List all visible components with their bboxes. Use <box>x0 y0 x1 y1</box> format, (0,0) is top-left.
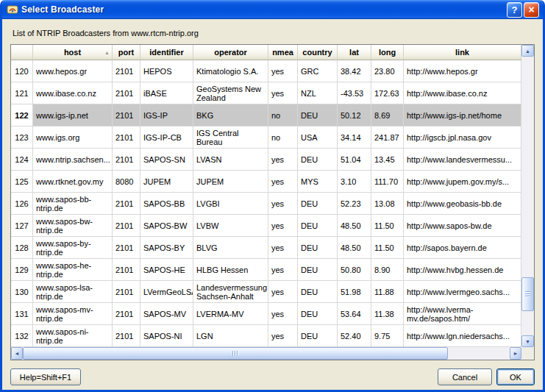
table-row-130[interactable]: 130www.sapos-lsa-ntrip.de2101LVermGeoLSA… <box>11 281 521 303</box>
cell-link[interactable]: http://www.geobasis-bb.de <box>404 193 521 215</box>
cell-port[interactable]: 2101 <box>113 303 140 325</box>
cell-port[interactable]: 2101 <box>113 237 140 259</box>
help-shortcut-button[interactable]: Help=Shift+F1 <box>10 368 81 385</box>
column-header-lat[interactable]: lat <box>338 45 371 60</box>
table-row-129[interactable]: 129www.sapos-he-ntrip.de2101SAPOS-HEHLBG… <box>11 259 521 281</box>
cell-identifier[interactable]: SAPOS-BW <box>140 215 193 237</box>
cell-identifier[interactable]: IGS-IP <box>140 104 193 126</box>
cell-lat[interactable]: 3.10 <box>338 171 371 193</box>
table-row-124[interactable]: 124www.ntrip.sachsen...2101SAPOS-SNLVASN… <box>11 149 521 171</box>
row-number[interactable]: 125 <box>11 171 33 193</box>
cell-operator[interactable]: LGN <box>193 325 268 347</box>
row-number[interactable]: 131 <box>11 303 33 325</box>
cell-link[interactable]: http://www.lgn.niedersachs... <box>404 325 521 347</box>
cell-host[interactable]: www.ntrip.sachsen... <box>33 149 113 171</box>
column-header-operator[interactable]: operator <box>193 45 268 60</box>
cell-nmea[interactable]: yes <box>268 149 298 171</box>
column-header-port[interactable]: port <box>113 45 140 60</box>
row-number[interactable]: 121 <box>11 82 33 104</box>
titlebar[interactable]: Select Broadcaster ? × <box>2 0 543 19</box>
cell-host[interactable]: www.rtknet.gov.my <box>33 171 113 193</box>
cell-nmea[interactable]: yes <box>268 60 298 82</box>
cell-country[interactable]: DEU <box>298 281 338 303</box>
cell-host[interactable]: www.sapos-lsa-ntrip.de <box>33 281 113 303</box>
column-header-host[interactable]: host▲ <box>33 45 113 60</box>
cell-link[interactable]: http://sapos.bayern.de <box>404 237 521 259</box>
cell-host[interactable]: www.sapos-mv-ntrip.de <box>33 303 113 325</box>
cell-operator[interactable]: GeoSystems New Zealand <box>193 82 268 104</box>
cell-host[interactable]: www.ibase.co.nz <box>33 82 113 104</box>
cell-nmea[interactable]: yes <box>268 215 298 237</box>
row-number[interactable]: 120 <box>11 60 33 82</box>
cell-long[interactable]: 13.08 <box>371 193 404 215</box>
cell-host[interactable]: www.sapos-bw-ntrip.de <box>33 215 113 237</box>
table-row-126[interactable]: 126www.sapos-bb-ntrip.de2101SAPOS-BBLVGB… <box>11 193 521 215</box>
cell-country[interactable]: DEU <box>298 193 338 215</box>
cell-link[interactable]: http://www.igs-ip.net/home <box>404 104 521 126</box>
cell-port[interactable]: 2101 <box>113 82 140 104</box>
row-number[interactable]: 126 <box>11 193 33 215</box>
cell-lat[interactable]: 51.98 <box>338 281 371 303</box>
cell-link[interactable]: http://www.hvbg.hessen.de <box>404 259 521 281</box>
cell-identifier[interactable]: IGS-IP-CB <box>140 126 193 149</box>
vertical-scrollbar[interactable]: ▲ ▼ <box>521 45 534 347</box>
cell-link[interactable]: http://www.ibase.co.nz <box>404 82 521 104</box>
cell-country[interactable]: GRC <box>298 60 338 82</box>
cell-lat[interactable]: 52.40 <box>338 325 371 347</box>
cell-port[interactable]: 2101 <box>113 325 140 347</box>
cell-long[interactable]: 11.50 <box>371 215 404 237</box>
table-row-123[interactable]: 123www.igs.org2101IGS-IP-CBIGS Central B… <box>11 126 521 149</box>
cell-long[interactable]: 23.80 <box>371 60 404 82</box>
cell-operator[interactable]: LVERMA-MV <box>193 303 268 325</box>
cell-link[interactable]: http://www.sapos-bw.de <box>404 215 521 237</box>
cell-identifier[interactable]: HEPOS <box>140 60 193 82</box>
table-row-122[interactable]: 122www.igs-ip.net2101IGS-IPBKGnoDEU50.12… <box>11 104 521 126</box>
cell-port[interactable]: 2101 <box>113 126 140 149</box>
horizontal-scroll-thumb[interactable] <box>23 347 448 360</box>
ok-button[interactable]: OK <box>496 368 535 385</box>
cell-port[interactable]: 2101 <box>113 104 140 126</box>
cell-country[interactable]: DEU <box>298 215 338 237</box>
cell-identifier[interactable]: SAPOS-NI <box>140 325 193 347</box>
cell-host[interactable]: www.igs-ip.net <box>33 104 113 126</box>
cell-long[interactable]: 111.70 <box>371 171 404 193</box>
row-number[interactable]: 129 <box>11 259 33 281</box>
cell-lat[interactable]: 51.04 <box>338 149 371 171</box>
cell-long[interactable]: 11.50 <box>371 237 404 259</box>
cell-host[interactable]: www.igs.org <box>33 126 113 149</box>
cell-operator[interactable]: LVASN <box>193 149 268 171</box>
cell-identifier[interactable]: SAPOS-SN <box>140 149 193 171</box>
cell-nmea[interactable]: yes <box>268 281 298 303</box>
cell-country[interactable]: DEU <box>298 259 338 281</box>
table-row-127[interactable]: 127www.sapos-bw-ntrip.de2101SAPOS-BWLVBW… <box>11 215 521 237</box>
table-row-128[interactable]: 128www.sapos-by-ntrip.de2101SAPOS-BYBLVG… <box>11 237 521 259</box>
column-header-country[interactable]: country <box>298 45 338 60</box>
cell-identifier[interactable]: SAPOS-BB <box>140 193 193 215</box>
cell-nmea[interactable]: yes <box>268 325 298 347</box>
cell-port[interactable]: 2101 <box>113 281 140 303</box>
cell-operator[interactable]: LVGBI <box>193 193 268 215</box>
cell-operator[interactable]: BLVG <box>193 237 268 259</box>
scroll-down-button[interactable]: ▼ <box>521 335 534 347</box>
column-header-nmea[interactable]: nmea <box>268 45 298 60</box>
cell-host[interactable]: www.sapos-he-ntrip.de <box>33 259 113 281</box>
cell-long[interactable]: 13.45 <box>371 149 404 171</box>
table-row-132[interactable]: 132www.sapos-ni-ntrip.de2101SAPOS-NILGNy… <box>11 325 521 347</box>
header-corner[interactable] <box>11 45 33 60</box>
column-header-identifier[interactable]: identifier <box>140 45 193 60</box>
cell-identifier[interactable]: iBASE <box>140 82 193 104</box>
cell-country[interactable]: DEU <box>298 149 338 171</box>
row-number[interactable]: 128 <box>11 237 33 259</box>
table-row-120[interactable]: 120www.hepos.gr2101HEPOSKtimatologio S.A… <box>11 60 521 82</box>
cancel-button[interactable]: Cancel <box>438 368 492 385</box>
cell-operator[interactable]: Ktimatologio S.A. <box>193 60 268 82</box>
cell-long[interactable]: 8.90 <box>371 259 404 281</box>
table-row-131[interactable]: 131www.sapos-mv-ntrip.de2101SAPOS-MVLVER… <box>11 303 521 325</box>
cell-country[interactable]: NZL <box>298 82 338 104</box>
column-header-long[interactable]: long <box>371 45 404 60</box>
cell-long[interactable]: 11.38 <box>371 303 404 325</box>
row-number[interactable]: 122 <box>11 104 33 126</box>
cell-nmea[interactable]: yes <box>268 259 298 281</box>
horizontal-scrollbar[interactable]: ◄ ► <box>11 347 521 360</box>
cell-country[interactable]: DEU <box>298 303 338 325</box>
